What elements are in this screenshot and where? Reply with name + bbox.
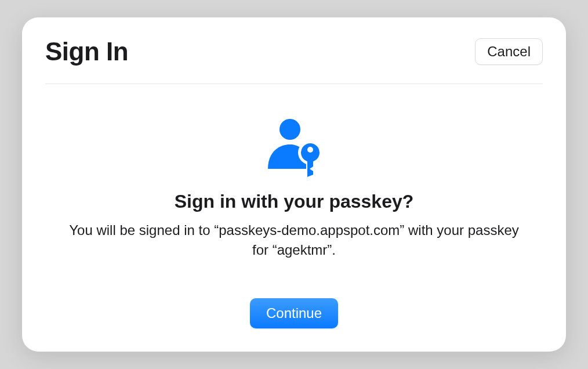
dialog-body: Sign in with your passkey? You will be s… (45, 84, 543, 328)
sign-in-dialog: Sign In Cancel Sign in with your passkey… (22, 17, 566, 351)
svg-point-0 (280, 119, 300, 140)
dialog-title: Sign In (45, 37, 128, 66)
dialog-description: You will be signed in to “passkeys-demo.… (68, 220, 520, 259)
dialog-subtitle: Sign in with your passkey? (175, 191, 414, 212)
dialog-header: Sign In Cancel (45, 37, 543, 84)
svg-point-4 (307, 147, 313, 153)
cancel-button[interactable]: Cancel (475, 38, 543, 65)
continue-button[interactable]: Continue (250, 298, 338, 328)
passkey-icon (262, 117, 326, 179)
